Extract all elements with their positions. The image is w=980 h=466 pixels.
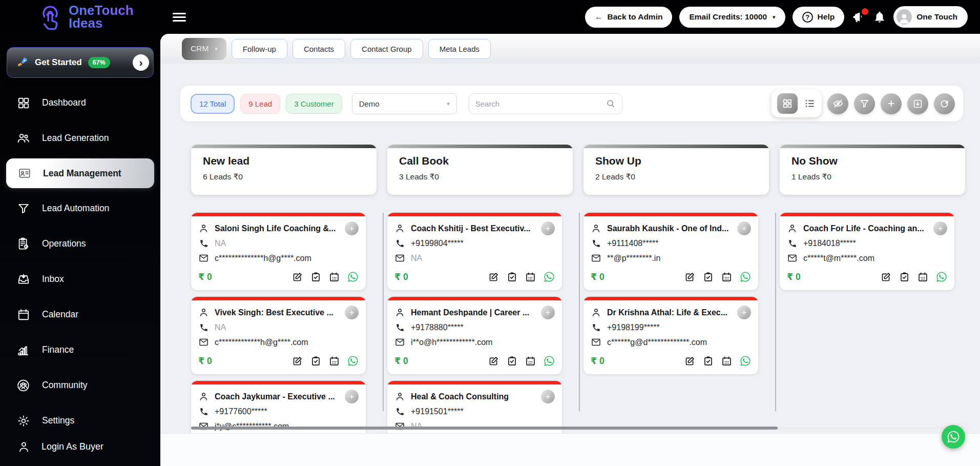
column-title: New lead (191, 148, 377, 167)
refresh-icon (939, 98, 950, 109)
whatsapp-float-button[interactable] (942, 425, 965, 449)
search-input[interactable] (475, 99, 606, 108)
tab-meta-leads[interactable]: Meta Leads (428, 39, 491, 59)
edit-icon[interactable] (292, 272, 303, 282)
grid-icon (782, 98, 793, 109)
card-add-button[interactable]: + (737, 221, 751, 235)
pipeline-select[interactable]: Demo ▾ (352, 93, 457, 114)
sidebar-item-finance[interactable]: Finance (0, 332, 160, 368)
lead-filter-badge[interactable]: 9 Lead (240, 94, 280, 114)
calendar-icon[interactable] (721, 272, 732, 282)
total-filter-badge[interactable]: 12 Total (191, 94, 235, 114)
filter-button[interactable] (854, 93, 875, 114)
phone-icon (394, 407, 405, 416)
lead-phone: +9177600***** (215, 407, 267, 416)
edit-icon[interactable] (881, 272, 891, 282)
calendar-icon[interactable] (329, 356, 340, 367)
task-icon[interactable] (507, 272, 517, 282)
lead-card[interactable]: Saurabh Kaushik - One of Ind... + +91114… (583, 213, 758, 290)
back-to-admin-button[interactable]: ← Back to Admin (585, 7, 672, 28)
refresh-button[interactable] (934, 93, 955, 114)
tab-contacts[interactable]: Contacts (293, 39, 345, 59)
list-view-button[interactable] (804, 97, 816, 110)
chevron-down-icon: ▾ (447, 100, 450, 107)
card-add-button[interactable]: + (345, 306, 359, 319)
lead-card[interactable]: Vivek Singh: Best Executive ... + NA c**… (191, 297, 366, 374)
task-icon[interactable] (310, 272, 321, 282)
card-status-bar (780, 213, 954, 216)
card-add-button[interactable]: + (933, 221, 947, 235)
tab-follow-up[interactable]: Follow-up (232, 39, 287, 59)
phone-icon (198, 323, 209, 332)
announcements-button[interactable] (851, 10, 866, 24)
edit-icon[interactable] (488, 356, 499, 367)
import-button[interactable] (907, 93, 928, 114)
lead-card[interactable]: Dr Krishna Athal: Life & Exec... + +9198… (583, 297, 758, 374)
calendar-icon[interactable] (525, 272, 536, 282)
whatsapp-icon[interactable] (347, 271, 359, 282)
whatsapp-icon[interactable] (544, 355, 555, 367)
lead-card[interactable]: Hemant Deshpande | Career ... + +9178880… (387, 297, 562, 374)
board-scrollbar-thumb[interactable] (191, 427, 778, 430)
card-add-button[interactable]: + (345, 390, 359, 403)
lead-card[interactable]: Coach Kshitij - Best Executiv... + +9199… (387, 213, 562, 290)
customer-filter-badge[interactable]: 3 Customer (286, 94, 342, 114)
card-add-button[interactable]: + (541, 221, 555, 235)
task-icon[interactable] (507, 356, 517, 367)
edit-icon[interactable] (684, 356, 695, 367)
edit-icon[interactable] (292, 356, 303, 367)
lead-card[interactable]: Saloni Singh Life Coaching &... + NA c**… (191, 213, 366, 290)
help-button[interactable]: ? Help (793, 7, 845, 28)
sidebar-item-login-as-buyer[interactable]: Login As Buyer (0, 433, 160, 460)
tab-crm[interactable]: CRM ▾ (182, 38, 226, 60)
task-icon[interactable] (703, 356, 714, 367)
sidebar-item-lead-management[interactable]: Lead Management (6, 158, 154, 188)
grid-view-button[interactable] (777, 93, 798, 114)
lead-email: c******g@d*************.com (607, 338, 707, 347)
card-add-button[interactable]: + (737, 306, 751, 319)
whatsapp-icon[interactable] (740, 271, 751, 282)
column-header: Call Book 3 Leads ₹0 (387, 145, 573, 195)
lead-card[interactable]: Coach For Life - Coaching an... + +91840… (780, 213, 954, 290)
tab-contact-group[interactable]: Contact Group (350, 39, 423, 59)
email-credits-dropdown[interactable]: Email Credits: 10000 ▾ (679, 7, 785, 28)
edit-icon[interactable] (488, 272, 499, 282)
sidebar-item-calendar[interactable]: Calendar (0, 297, 160, 332)
edit-icon[interactable] (684, 272, 695, 282)
lead-card[interactable]: Heal & Coach Consulting + +9191501***** … (387, 381, 562, 433)
community-icon (16, 378, 30, 393)
task-icon[interactable] (310, 356, 321, 367)
whatsapp-icon[interactable] (347, 355, 359, 367)
sidebar-item-dashboard[interactable]: Dashboard (0, 85, 160, 120)
task-icon[interactable] (703, 272, 714, 282)
hide-columns-button[interactable] (827, 93, 848, 114)
lead-name: Coach For Life - Coaching an... (803, 224, 928, 233)
card-add-button[interactable]: + (541, 306, 555, 319)
calendar-icon[interactable] (329, 272, 340, 282)
add-lead-button[interactable]: + (881, 93, 902, 114)
calendar-icon[interactable] (721, 356, 732, 367)
lead-card[interactable]: Coach Jaykumar - Executive ... + +917760… (191, 381, 366, 433)
sidebar-item-inbox[interactable]: Inbox (0, 261, 160, 297)
sidebar-item-operations[interactable]: Operations (0, 226, 160, 261)
calendar-icon[interactable] (918, 272, 928, 282)
sidebar-item-community[interactable]: Community (0, 368, 160, 403)
calendar-icon[interactable] (525, 356, 536, 367)
hamburger-menu-icon[interactable] (173, 11, 186, 24)
sidebar-item-label: Inbox (42, 274, 64, 285)
notifications-button[interactable] (873, 10, 886, 24)
get-started-card[interactable]: Get Started 67% › (7, 47, 154, 78)
sidebar-item-lead-generation[interactable]: Lead Generation (0, 120, 160, 156)
whatsapp-icon[interactable] (544, 271, 555, 282)
get-started-next-button[interactable]: › (133, 54, 149, 71)
card-add-button[interactable]: + (541, 390, 555, 403)
lead-name: Coach Jaykumar - Executive ... (215, 392, 339, 401)
whatsapp-icon[interactable] (740, 355, 751, 367)
sidebar-item-lead-automation[interactable]: Lead Automation (0, 191, 160, 226)
user-menu[interactable]: One Touch (893, 6, 968, 28)
card-add-button[interactable]: + (345, 221, 359, 235)
column-header-bar (191, 145, 377, 148)
task-icon[interactable] (899, 272, 910, 282)
tab-label: CRM (191, 44, 208, 53)
whatsapp-icon[interactable] (936, 271, 947, 282)
